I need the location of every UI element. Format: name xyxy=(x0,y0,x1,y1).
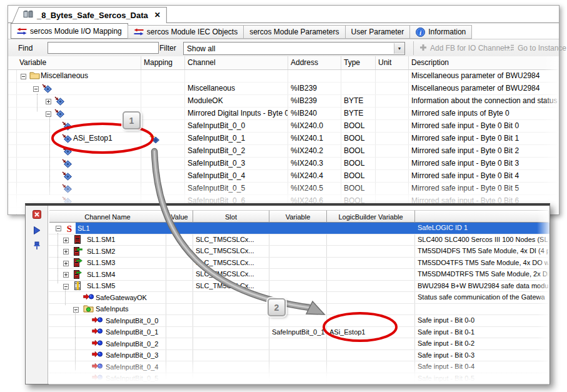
close-red-icon[interactable] xyxy=(33,210,41,221)
safelogic-row-SafeGatewayOK[interactable]: SafeGatewayOKStatus safe communication o… xyxy=(49,292,549,304)
tab-sercos-module-iec-objects[interactable]: sercos Module IEC Objects xyxy=(128,25,244,39)
chevron-down-icon[interactable]: ▼ xyxy=(394,43,404,54)
cell-slot xyxy=(193,327,269,338)
safelogic-row-SafeInputs[interactable]: SafeInputs xyxy=(49,304,549,316)
tab-sercos-module-i-o-mapping[interactable]: sercos Module I/O Mapping xyxy=(11,23,128,39)
document-tab[interactable]: _8_Bytes_Safe_Sercos_Data ✕ xyxy=(12,7,167,23)
expander-plus-icon[interactable] xyxy=(63,248,69,256)
safelogic-row-SL1.SM1[interactable]: SL1.SM1SLC_TM5CSLCx...SLC400 SLC400 Serc… xyxy=(49,234,549,246)
safelogic-row-SafeInputBit_0_3[interactable]: SafeInputBit_0_3Safe input - Bit 0-3 xyxy=(49,350,549,362)
cell-value xyxy=(166,234,193,246)
expander-plus-icon[interactable] xyxy=(63,260,69,268)
cell-variable xyxy=(17,95,141,107)
cell-text: SafeInputBit_0_1 xyxy=(272,328,324,336)
mapped-channel-icon xyxy=(149,134,159,144)
safelogic-row-SL1.SM3[interactable]: SL1.SM3SLC_TM5CSLCx...TM5SDO4TFS TM5 Saf… xyxy=(49,258,549,269)
safelogic-row-SafeInputBit_0_5[interactable]: SafeInputBit_0_5Safe input - Bit 0-5 xyxy=(49,373,549,385)
input-channel-icon xyxy=(62,121,72,132)
column-header-variable: Variable xyxy=(17,56,141,69)
expander-plus-icon[interactable] xyxy=(46,98,51,106)
cell-description: Safe input - Bit 0-5 xyxy=(415,373,549,384)
cell-slot: SLC_TM5CSLCx... xyxy=(193,246,269,257)
expander-minus-icon[interactable] xyxy=(33,85,39,94)
safelogic-row-SafeInputBit_0_2[interactable]: SafeInputBit_0_2Safe input - Bit 0-2 xyxy=(49,338,549,350)
io-toolbar: Find Filter Show all ▼ Add FB for IO Cha… xyxy=(8,39,559,58)
cell-name: SL1.SM3 xyxy=(49,258,166,269)
channel-name-label: SafeInputBit_0_2 xyxy=(106,340,158,348)
safelogic-row-SL1[interactable]: SSL1SafeLOGIC ID 1 xyxy=(49,223,549,234)
tab-label: Information xyxy=(428,28,466,36)
cell-lb_variable xyxy=(327,281,415,292)
io-row-Mirrored Digital Inputs - Byte 0[interactable]: Mirrored Digital Inputs - Byte 0%IB240BY… xyxy=(8,108,559,120)
cell-text: %IB240 xyxy=(291,109,317,118)
cell-variable: SafeInputBit_0_1 xyxy=(269,327,327,338)
cell-text: Status safe communication of the Gatewa xyxy=(418,293,545,301)
expander-minus-icon[interactable] xyxy=(56,225,61,233)
io-row-SafeInputBit_0_2[interactable]: SafeInputBit_0_2%IX240.2BOOLMirrored saf… xyxy=(8,145,559,158)
cell-variable xyxy=(269,258,327,269)
tab-label: sercos Module I/O Mapping xyxy=(30,27,122,36)
io-row-SafeInputBit_0_0[interactable]: SafeInputBit_0_0%IX240.0BOOLMirrored saf… xyxy=(8,120,559,133)
io-row-SafeInputBit_0_5[interactable]: SafeInputBit_0_5%IX240.5BOOLMirrored saf… xyxy=(8,183,559,195)
safelogic-row-SafeInputBit_0_0[interactable]: SafeInputBit_0_0Safe input - Bit 0-0 xyxy=(49,315,549,327)
cell-text: %IB239 xyxy=(291,96,317,105)
tab-sercos-module-parameters[interactable]: sercos Module Parameters xyxy=(243,25,345,39)
cell-lb_variable xyxy=(327,350,415,361)
expander-plus-icon[interactable] xyxy=(63,271,69,279)
column-header-name: Channel Name xyxy=(49,210,166,223)
cell-text: TM5SDI4DFS TM5 Safe Module, 4x DI (4 pi xyxy=(418,247,549,254)
module-icon xyxy=(23,10,33,20)
expander-plus-icon[interactable] xyxy=(63,237,69,244)
cell-text: Mirrored safe input - Byte 0 Bit 3 xyxy=(411,159,519,168)
cell-text: BOOL xyxy=(344,146,364,155)
tab-information[interactable]: iInformation xyxy=(409,25,472,39)
add-fb-button[interactable]: Add FB for IO Channel... xyxy=(419,39,512,57)
pin-icon[interactable] xyxy=(33,241,41,253)
io-row-ModuleOK[interactable]: ModuleOK%IB239BYTEInformation about the … xyxy=(8,95,559,108)
cell-mapping xyxy=(141,170,185,182)
play-icon[interactable] xyxy=(33,226,41,237)
cell-value xyxy=(166,350,193,361)
io-row-SafeInputBit_0_1[interactable]: ASi_Estop1SafeInputBit_0_1%IX240.1BOOLMi… xyxy=(8,133,559,145)
cell-slot: SLC_TM5CSLCx... xyxy=(193,269,269,280)
io-row-SafeInputBit_0_3[interactable]: SafeInputBit_0_3%IX240.3BOOLMirrored saf… xyxy=(8,158,559,170)
expander-minus-icon[interactable] xyxy=(21,73,26,81)
cell-text: BOOL xyxy=(344,171,364,180)
io-row-Miscellaneous[interactable]: Miscellaneous%IB239Miscellaneous paramet… xyxy=(8,83,559,95)
cell-text: SLC_TM5CSLCx... xyxy=(196,270,254,278)
cell-text: Mirrored Digital Inputs - Byte 0 xyxy=(188,109,288,118)
channel-name-label: SafeGatewayOK xyxy=(96,294,147,301)
close-icon[interactable]: ✕ xyxy=(154,11,161,19)
channel-name-label: SL1.SM2 xyxy=(87,248,115,255)
cell-name: SafeInputBit_0_3 xyxy=(49,350,166,361)
safelogic-row-SL1.SM2[interactable]: SL1.SM2SLC_TM5CSLCx...TM5SDI4DFS TM5 Saf… xyxy=(49,246,549,258)
tree-connector xyxy=(49,118,51,194)
safelogic-row-SL1.SM4[interactable]: SL1.SM4SLC_TM5CSLCx...TM5SDM4DTRFS TM5 S… xyxy=(49,269,549,281)
io-row-Miscellaneous[interactable]: MiscellaneousMiscellaneous parameter of … xyxy=(8,70,559,83)
cell-address: %IB239 xyxy=(288,83,341,94)
safelogic-table-header: Channel NameValueSlotVariableLogicBuilde… xyxy=(49,210,549,223)
cell-channel: SafeInputBit_0_2 xyxy=(185,145,288,157)
safelogic-row-SL1.SM5[interactable]: SL1.SM5SLC_TM5CSLCx...BWU2984 B+W BWU298… xyxy=(49,281,549,293)
find-input[interactable] xyxy=(48,42,159,54)
cell-variable xyxy=(269,292,327,303)
cell-text: %IX240.4 xyxy=(291,171,323,180)
cell-text: SLC_TM5CSLCx... xyxy=(196,259,254,266)
safelogic-row-SafeInputBit_0_4[interactable]: SafeInputBit_0_4Safe input - Bit 0-4 xyxy=(49,361,549,373)
cell-variable xyxy=(269,338,327,349)
filter-dropdown[interactable]: Show all ▼ xyxy=(183,42,405,55)
find-label: Find xyxy=(18,44,33,53)
cell-text: SafeLOGIC ID 1 xyxy=(418,224,468,231)
cell-value xyxy=(166,292,193,303)
cell-slot: SLC_TM5CSLCx... xyxy=(193,258,269,269)
plus-icon xyxy=(419,44,427,53)
io-row-SafeInputBit_0_4[interactable]: SafeInputBit_0_4%IX240.4BOOLMirrored saf… xyxy=(8,170,559,183)
bit-icon xyxy=(92,363,103,371)
column-header-value: Value xyxy=(166,210,193,223)
tab-user-parameter[interactable]: User Parameter xyxy=(345,25,411,39)
cell-text: %IB239 xyxy=(291,84,317,93)
goto-instance-button[interactable]: Go to Instance xyxy=(504,39,566,57)
safelogic-row-SafeInputBit_0_1[interactable]: SafeInputBit_0_1SafeInputBit_0_1ASi_Esto… xyxy=(49,327,549,339)
cell-address: %IX240.2 xyxy=(288,145,341,157)
cell-name: SafeInputBit_0_2 xyxy=(49,338,166,349)
